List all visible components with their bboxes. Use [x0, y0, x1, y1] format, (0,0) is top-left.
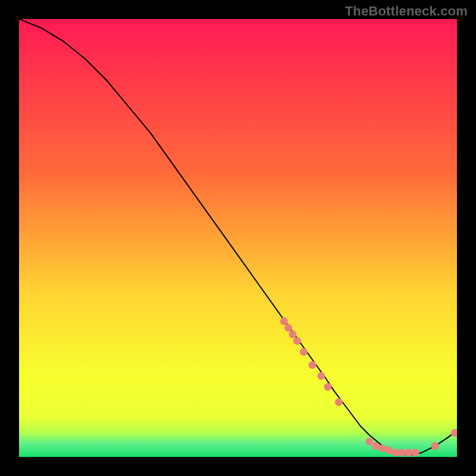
data-marker — [372, 442, 380, 450]
data-marker — [324, 383, 331, 391]
plot-area — [19, 19, 457, 457]
data-marker — [317, 372, 325, 380]
data-marker — [365, 438, 373, 446]
data-marker — [378, 444, 386, 452]
watermark-text: TheBottleneck.com — [345, 4, 468, 19]
data-marker — [293, 337, 301, 345]
gradient-background — [19, 19, 457, 457]
data-marker — [300, 348, 308, 356]
data-marker — [405, 449, 413, 456]
chart-frame: TheBottleneck.com — [0, 0, 476, 476]
data-marker — [284, 324, 292, 331]
data-marker — [289, 330, 297, 338]
data-marker — [412, 449, 419, 456]
data-marker — [335, 399, 343, 406]
data-marker — [431, 442, 439, 450]
data-marker — [280, 317, 288, 325]
data-marker — [309, 361, 317, 369]
data-marker — [385, 447, 393, 455]
chart-svg — [19, 19, 457, 457]
